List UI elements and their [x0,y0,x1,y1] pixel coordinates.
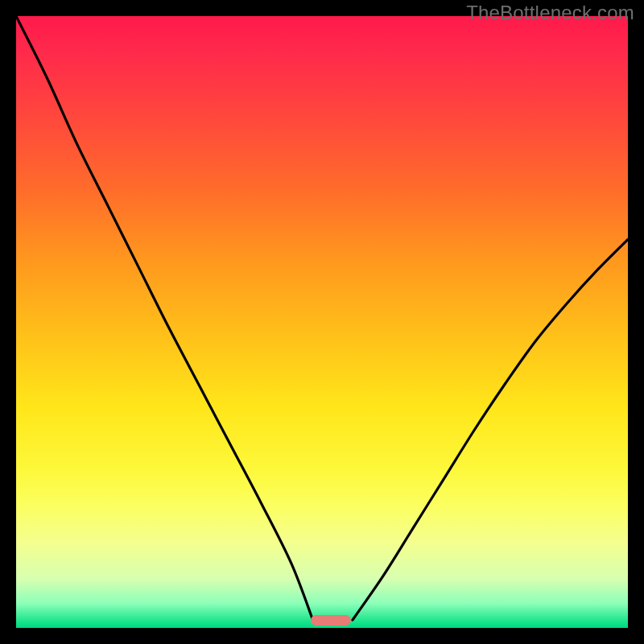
watermark-text: TheBottleneck.com [466,2,634,24]
chart-frame: TheBottleneck.com [0,0,644,644]
optimal-marker [311,615,351,625]
plot-area [16,16,628,628]
bottleneck-curve [16,16,628,628]
